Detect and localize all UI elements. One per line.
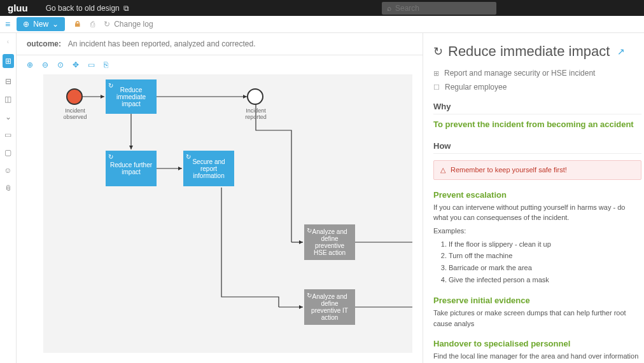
example-item: Give the infected person a mask: [449, 274, 641, 286]
change-log-icon[interactable]: ↻: [104, 20, 110, 29]
process-icon: ⊞: [433, 69, 439, 78]
node-analyze-hse[interactable]: ↻ Analyze and define preventive HSE acti…: [304, 224, 355, 260]
search-container: ⌕: [382, 2, 496, 15]
export-icon[interactable]: ⎘: [104, 60, 108, 69]
go-back-link[interactable]: Go back to old design ⧉: [46, 4, 129, 13]
outcome-text: An incident has been reported, analyzed …: [68, 39, 256, 48]
plus-icon: ⊕: [23, 20, 29, 29]
meta-role[interactable]: ☐ Regular employee: [433, 83, 641, 92]
meta-process-text: Report and manage security or HSE incide…: [444, 69, 595, 78]
event-incident-reported-label: Incident reported: [237, 107, 275, 120]
event-incident-reported[interactable]: [247, 88, 263, 105]
search-icon: ⌕: [387, 4, 391, 13]
svg-marker-7: [178, 167, 182, 170]
lock-icon[interactable]: 🔒︎: [74, 20, 81, 29]
outcome-label: outcome:: [27, 39, 61, 48]
sub-preserve: Preserve initial evidence: [433, 296, 641, 305]
toolbar: ≡ ⊕ New ⌄ 🔒︎ ⎙ ↻ Change log: [0, 16, 644, 33]
alert-text: Remember to keep yourself safe first!: [451, 166, 567, 174]
sub-prevent: Prevent escalation: [433, 190, 641, 200]
why-text: To prevent the incident from becoming an…: [433, 118, 641, 131]
role-icon: ☐: [433, 83, 440, 92]
chevron-down-icon: ⌄: [52, 20, 59, 29]
collapse-icon[interactable]: ‹: [7, 38, 9, 45]
rail-chevron-icon[interactable]: ⌄: [5, 113, 11, 121]
go-back-label: Go back to old design: [46, 4, 120, 13]
open-external-icon[interactable]: ↗: [617, 46, 625, 57]
rail-attach-icon[interactable]: 📎︎: [4, 184, 12, 193]
refresh-icon: ↻: [108, 153, 113, 160]
section-why: Why: [433, 102, 641, 114]
refresh-icon: ↻: [307, 292, 312, 299]
pan-icon[interactable]: ✥: [73, 60, 79, 69]
process-canvas[interactable]: Regular employee Manager CEO IT Manager: [43, 74, 412, 353]
node-label: Analyze and define preventive IT action: [308, 293, 351, 321]
detail-title-text: Reduce immediate impact: [448, 43, 610, 60]
node-analyze-it[interactable]: ↻ Analyze and define preventive IT actio…: [304, 289, 355, 325]
new-button[interactable]: ⊕ New ⌄: [17, 17, 65, 31]
meta-process[interactable]: ⊞ Report and manage security or HSE inci…: [433, 69, 641, 78]
rail-page-icon[interactable]: ▢: [4, 148, 11, 157]
refresh-icon: ↻: [108, 82, 113, 89]
refresh-icon: ↻: [307, 227, 312, 234]
svg-marker-11: [299, 305, 303, 309]
example-item: Barricade or mark the area: [449, 262, 641, 274]
rail-folder-icon[interactable]: ▭: [4, 130, 11, 139]
rail-user-icon[interactable]: ☺: [4, 166, 11, 175]
refresh-icon: ↻: [186, 153, 191, 160]
section-how: How: [433, 141, 641, 154]
node-reduce-further-impact[interactable]: ↻ Reduce further impact: [106, 151, 157, 186]
rail-process-icon[interactable]: ⊞: [3, 54, 14, 68]
external-icon: ⧉: [123, 4, 129, 13]
zoom-out-icon[interactable]: ⊖: [42, 60, 48, 69]
detail-panel: ↻ Reduce immediate impact ↗ ⊞ Report and…: [423, 33, 644, 363]
node-secure-report-info[interactable]: ↻ Secure and report information: [183, 151, 234, 186]
node-label: Reduce immediate impact: [109, 86, 153, 107]
zoom-in-icon[interactable]: ⊕: [27, 60, 33, 69]
refresh-icon: ↻: [433, 45, 443, 58]
warning-icon: △: [440, 166, 445, 174]
svg-marker-5: [129, 146, 133, 149]
drag-icon[interactable]: ≡: [5, 19, 10, 29]
rail-tree-icon[interactable]: ⊟: [5, 77, 11, 86]
example-item: Turn off the machine: [449, 250, 641, 262]
zoom-fit-icon[interactable]: ⊙: [57, 60, 64, 69]
svg-marker-9: [299, 240, 303, 244]
examples-list: If the floor is slippery - clean it up T…: [449, 238, 641, 286]
logo: gluu: [8, 3, 28, 13]
meta-role-text: Regular employee: [445, 83, 507, 92]
image-icon[interactable]: ▭: [88, 60, 95, 69]
node-reduce-immediate-impact[interactable]: ↻ Reduce immediate impact: [106, 79, 157, 114]
node-label: Secure and report information: [187, 158, 230, 179]
canvas-tools: ⊕ ⊖ ⊙ ✥ ▭ ⎘: [17, 55, 423, 74]
change-log-label[interactable]: Change log: [114, 20, 153, 29]
top-bar: gluu Go back to old design ⧉ ⌕: [0, 0, 644, 16]
left-rail: ‹ ⊞ ⊟ ◫ ⌄ ▭ ▢ ☺ 📎︎: [0, 33, 17, 363]
handover-body: Find the local line manager for the area…: [433, 351, 641, 363]
outcome-bar: outcome: An incident has been reported, …: [17, 33, 423, 55]
new-label: New: [33, 20, 48, 29]
example-item: If the floor is slippery - clean it up: [449, 238, 641, 250]
search-input[interactable]: [395, 4, 491, 13]
event-incident-observed-label: Incident observed: [56, 107, 94, 120]
node-label: Reduce further impact: [109, 161, 153, 175]
sub-handover: Handover to specialised personnel: [433, 339, 641, 348]
examples-label: Examples:: [433, 227, 641, 235]
node-label: Analyze and define preventive HSE action: [308, 228, 351, 256]
preserve-body: Take pictures or make screen dumps that …: [433, 308, 641, 329]
svg-marker-1: [101, 95, 104, 99]
prevent-body: If you can intervene without putting you…: [433, 202, 641, 223]
safety-alert: △ Remember to keep yourself safe first!: [433, 160, 641, 180]
event-incident-observed[interactable]: [66, 88, 83, 105]
rail-chat-icon[interactable]: ◫: [4, 95, 11, 104]
compare-icon[interactable]: ⎙: [90, 20, 95, 29]
detail-title: ↻ Reduce immediate impact ↗: [433, 43, 641, 60]
